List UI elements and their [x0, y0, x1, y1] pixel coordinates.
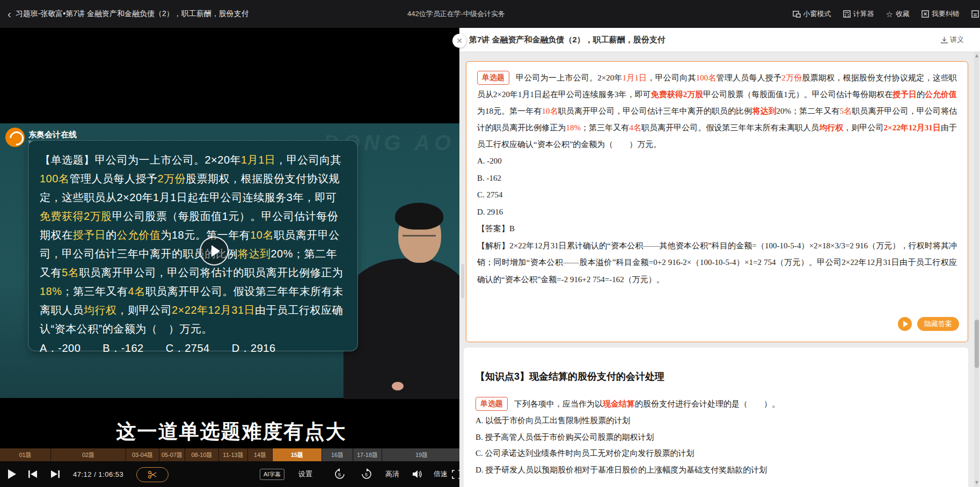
play-button[interactable] [8, 461, 17, 487]
volume-button[interactable] [412, 461, 423, 487]
favorite-button[interactable]: ☆ 收藏 [886, 9, 910, 19]
report-error-button[interactable]: 我要纠错 [922, 9, 960, 19]
cast-screen-button[interactable]: 投 [971, 9, 980, 19]
option-b: B. -162 [477, 170, 957, 187]
handout-panel: ✕ 第7讲 金融资产和金融负债（2），职工薪酬，股份支付 讲义 单选题甲公司为一… [459, 28, 980, 487]
teacher-hand-2 [392, 382, 404, 390]
question-card: 单选题甲公司为一上市公司。2×20年1月1日，甲公司向其100名管理人员每人授予… [466, 61, 968, 342]
timeline-segment[interactable]: 03-04题 [126, 448, 159, 461]
panel-title: 第7讲 金融资产和金融负债（2），职工薪酬，股份支付 [469, 28, 665, 51]
question-stem: 单选题甲公司为一上市公司。2×20年1月1日，甲公司向其100名管理人员每人授予… [477, 70, 957, 153]
timeline-segment[interactable]: 02题 [51, 448, 126, 461]
question2-stem: 单选题下列各项中，应当作为以现金结算的股份支付进行会计处理的是（ ）。 [476, 396, 956, 412]
star-icon: ☆ [886, 10, 893, 18]
video-player[interactable]: 东奥会计在线 www.dongao.com DONG AO 【单选题】甲公司为一… [0, 28, 463, 487]
pip-mode-button[interactable]: 小窗模式 [793, 9, 831, 19]
timeline-segment[interactable]: 14题 [248, 448, 273, 461]
q2-option-a: A. 以低于市价向员工出售限制性股票的计划 [476, 412, 956, 429]
calculator-icon [843, 10, 851, 18]
q2-option-b: B. 授予高管人员低于市价购买公司股票的期权计划 [476, 429, 956, 446]
download-icon [941, 36, 948, 43]
scissors-icon [148, 470, 157, 479]
back-chevron-icon[interactable]: ‹ [8, 9, 11, 19]
forward-5s-button[interactable]: 5 [361, 461, 372, 487]
teacher-body [343, 259, 463, 399]
clip-button[interactable] [136, 467, 169, 482]
app-window: ‹ 习题班-张敬富•第7讲 金融资产和金融负债（2），职工薪酬，股份支付 442… [0, 0, 980, 487]
timeline-segment[interactable]: 11-13题 [219, 448, 248, 461]
knowledge-point-card: 【知识点3】现金结算的股份支付的会计处理 单选题下列各项中，应当作为以现金结算的… [464, 348, 968, 487]
panel-content: 单选题甲公司为一上市公司。2×20年1月1日，甲公司向其100名管理人员每人授予… [459, 51, 980, 487]
svg-text:5: 5 [365, 472, 368, 477]
panel-header: 第7讲 金融资产和金融负债（2），职工薪酬，股份支付 讲义 [459, 28, 980, 51]
answer-line: 【答案】B [477, 220, 957, 238]
scroll-down-arrow[interactable] [975, 481, 978, 484]
pip-icon [793, 11, 801, 18]
video-subtitle: 这一道单选题难度有点大 [0, 418, 463, 445]
handout-download-button[interactable]: 讲义 [941, 28, 964, 51]
speaker-icon [412, 469, 423, 479]
rewind-5s-button[interactable]: 5 [334, 461, 346, 487]
timeline-segment[interactable]: 05-07题 [159, 448, 185, 461]
slide-question-text: 【单选题】甲公司为一上市公司。2×20年1月1日，甲公司向其100名管理人员每人… [40, 151, 346, 338]
slide-options-line: A．-200 B．-162 C．2754 D．2916 [40, 339, 346, 358]
teacher-hair [395, 203, 443, 230]
dongao-logo-icon [5, 128, 25, 147]
calculator-button[interactable]: 计算器 [843, 9, 874, 19]
play-explanation-button[interactable] [898, 317, 912, 331]
player-controls: 47:12 / 1:06:53 AI字幕 设置 5 5 高清 倍速 [0, 461, 463, 487]
quality-button[interactable]: 高清 [385, 461, 399, 487]
teacher-glasses [403, 228, 436, 237]
svg-text:5: 5 [338, 472, 341, 477]
video-frame: 东奥会计在线 www.dongao.com DONG AO 【单选题】甲公司为一… [0, 123, 463, 398]
knowledge-point-heading: 【知识点3】现金结算的股份支付的会计处理 [476, 370, 956, 383]
timeline-segment[interactable]: 19题 [382, 448, 462, 461]
timeline-segment-current[interactable]: 15题 [273, 448, 322, 461]
option-c: C. 2754 [477, 187, 957, 204]
q2-option-c: C. 公司承诺达到业绩条件时向员工无对价定向发行股票的计划 [476, 445, 956, 462]
speed-button[interactable]: 倍速 [434, 461, 448, 487]
next-lesson-button[interactable] [50, 461, 60, 487]
error-box-icon [922, 10, 929, 18]
cast-icon [971, 10, 979, 18]
panel-close-button[interactable]: ✕ [452, 34, 466, 48]
play-overlay-button[interactable] [200, 237, 229, 265]
hide-answer-button[interactable]: 隐藏答案 [917, 317, 959, 331]
previous-lesson-button[interactable] [28, 461, 38, 487]
analysis-text: 【解析】2×22年12月31日累计确认的“资本公积——其他资本公积”科目的金额=… [477, 238, 957, 289]
ai-subtitle-toggle[interactable]: AI字幕 [260, 461, 284, 487]
lesson-title: 习题班-张敬富•第7讲 金融资产和金融负债（2），职工薪酬，股份支付 [16, 9, 249, 19]
option-d: D. 2916 [477, 204, 957, 221]
scrollbar-thumb[interactable] [975, 320, 979, 368]
lecture-slide: 【单选题】甲公司为一上市公司。2×20年1月1日，甲公司向其100名管理人员每人… [28, 140, 358, 351]
timeline-segment[interactable]: 17-18题 [353, 448, 382, 461]
viewers-status: 442位学员正在学-中级会计实务 [376, 9, 537, 19]
settings-button[interactable]: 设置 [298, 461, 312, 487]
timeline-segment[interactable]: 08-10题 [185, 448, 219, 461]
timeline-segment[interactable]: 16题 [322, 448, 353, 461]
chapter-timeline: 01题 02题 03-04题 05-07题 08-10题 11-13题 14题 … [0, 448, 463, 461]
question-type-badge: 单选题 [477, 71, 509, 85]
panel-resize-handle[interactable] [461, 264, 464, 298]
top-bar: ‹ 习题班-张敬富•第7讲 金融资产和金融负债（2），职工薪酬，股份支付 442… [0, 0, 980, 28]
scroll-up-arrow[interactable] [975, 54, 978, 57]
option-a: A. -200 [477, 153, 957, 170]
timeline-segment[interactable]: 01题 [0, 448, 51, 461]
question2-type-badge: 单选题 [476, 397, 508, 411]
q2-option-d: D. 授予研发人员以预期股价相对于基准日股价的上涨幅度为基础支付奖励款的计划 [476, 462, 956, 478]
time-display: 47:12 / 1:06:53 [73, 461, 123, 487]
panel-scrollbar[interactable] [974, 51, 979, 487]
